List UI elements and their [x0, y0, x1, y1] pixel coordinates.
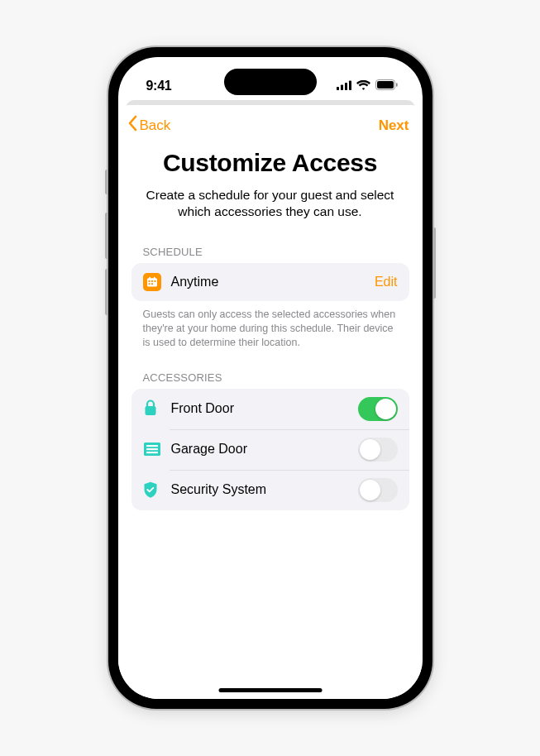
phone-silence-switch	[105, 170, 108, 194]
screen: 9:41 Back	[118, 57, 423, 699]
title-block: Customize Access Create a schedule for y…	[118, 141, 423, 239]
svg-rect-14	[153, 277, 155, 280]
svg-rect-19	[146, 452, 158, 453]
svg-rect-9	[151, 280, 153, 282]
shield-icon	[143, 481, 168, 499]
lock-icon	[143, 400, 168, 418]
svg-rect-0	[337, 87, 339, 90]
content-area: SCHEDULE Anytime Edit Guests can only ac…	[118, 239, 423, 510]
svg-rect-7	[147, 278, 157, 286]
phone-side-button	[432, 227, 436, 299]
svg-rect-12	[151, 283, 153, 285]
schedule-value: Anytime	[171, 275, 375, 289]
phone-volume-down	[105, 269, 108, 315]
svg-rect-1	[341, 85, 343, 91]
nav-bar: Back Next	[118, 105, 423, 141]
accessory-label: Garage Door	[171, 442, 358, 457]
accessory-row-security-system: Security System	[131, 470, 409, 510]
dynamic-island	[224, 69, 317, 95]
phone-frame: 9:41 Back	[108, 47, 432, 709]
svg-rect-6	[396, 83, 398, 87]
page-subtitle: Create a schedule for your guest and sel…	[141, 187, 399, 221]
back-button[interactable]: Back	[127, 115, 171, 136]
accessory-label: Security System	[171, 482, 358, 497]
accessory-row-front-door: Front Door	[131, 389, 409, 429]
svg-rect-18	[146, 448, 158, 450]
svg-rect-3	[349, 81, 351, 91]
svg-rect-10	[154, 280, 155, 282]
back-label: Back	[140, 117, 171, 134]
schedule-row[interactable]: Anytime Edit	[131, 263, 409, 301]
cellular-icon	[337, 79, 351, 93]
svg-rect-5	[377, 81, 394, 89]
garage-icon	[143, 440, 168, 458]
accessory-row-garage-door: Garage Door	[131, 429, 409, 470]
svg-rect-15	[145, 406, 155, 415]
svg-rect-11	[148, 283, 150, 285]
accessory-toggle-garage-door[interactable]	[358, 438, 398, 462]
accessory-label: Front Door	[171, 401, 358, 416]
svg-rect-2	[345, 83, 347, 90]
svg-rect-17	[146, 445, 158, 447]
svg-rect-13	[149, 277, 151, 280]
home-indicator[interactable]	[218, 688, 322, 692]
calendar-icon	[143, 273, 168, 291]
wifi-icon	[356, 79, 370, 93]
modal-sheet: Back Next Customize Access Create a sche…	[118, 105, 423, 699]
accessory-toggle-security-system[interactable]	[358, 478, 398, 502]
accessories-header: ACCESSORIES	[131, 365, 409, 389]
accessory-toggle-front-door[interactable]	[358, 397, 398, 421]
status-icons	[337, 79, 398, 93]
schedule-card: Anytime Edit	[131, 263, 409, 301]
chevron-left-icon	[127, 115, 138, 136]
schedule-footer: Guests can only access the selected acce…	[131, 301, 409, 365]
accessories-card: Front Door Garage Door	[131, 389, 409, 510]
phone-volume-up	[105, 213, 108, 259]
schedule-edit-button[interactable]: Edit	[375, 275, 398, 289]
status-time: 9:41	[146, 79, 172, 93]
next-button[interactable]: Next	[379, 117, 409, 134]
svg-rect-8	[148, 280, 150, 282]
schedule-header: SCHEDULE	[131, 239, 409, 263]
battery-icon	[375, 79, 398, 93]
page-title: Customize Access	[141, 149, 399, 177]
